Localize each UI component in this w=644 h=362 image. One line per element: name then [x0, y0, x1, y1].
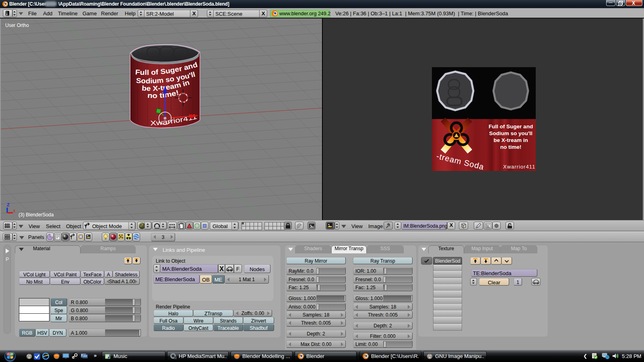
svg-text:Xwarrior411: Xwarrior411: [503, 164, 535, 170]
svg-text:(3) BlenderSoda: (3) BlenderSoda: [19, 212, 54, 218]
svg-text:Z: Z: [7, 202, 10, 207]
svg-text:e: e: [44, 354, 46, 358]
svg-text:Full of Suger and: Full of Suger and: [489, 123, 533, 130]
svg-text:no time!: no time!: [500, 144, 522, 150]
svg-text:User Ortho: User Ortho: [5, 23, 29, 28]
svg-text:x: x: [13, 208, 15, 213]
svg-text:Sodium so you'll: Sodium so you'll: [489, 130, 532, 136]
svg-text:be X-tream in: be X-tream in: [493, 137, 528, 143]
